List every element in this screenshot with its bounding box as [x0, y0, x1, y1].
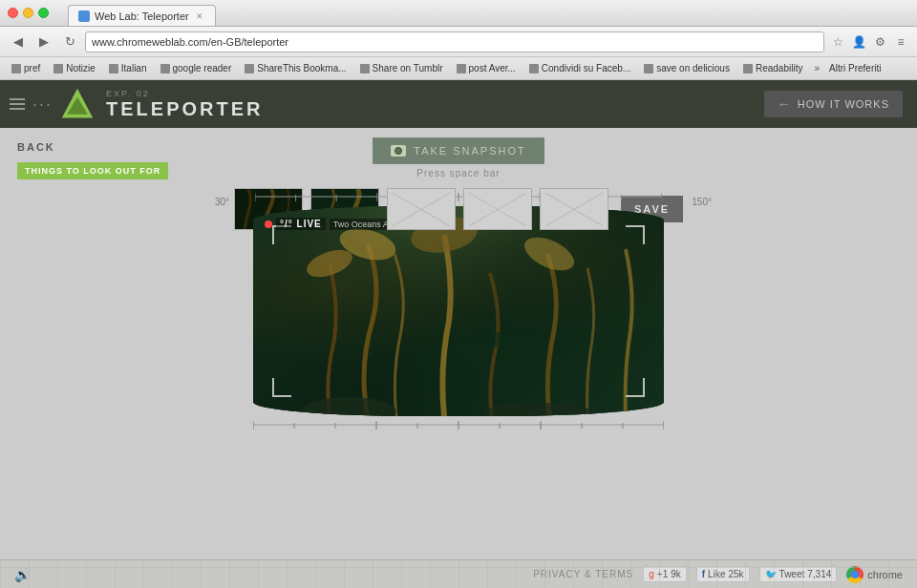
tab-close-icon[interactable]: ✕ — [194, 10, 205, 22]
bookmark-condividi-icon — [529, 64, 539, 74]
bookmark-readability[interactable]: Readability — [739, 61, 806, 75]
bookmarks-bar: pref Notizie Italian google reader Share… — [0, 57, 917, 80]
video-panorama[interactable]: °/° LIVE Two Oceans Aquarium — [253, 206, 664, 416]
bookmark-tumblr-icon — [360, 64, 370, 74]
ruler-left-label: 30° — [215, 197, 229, 207]
bookmark-notizie-icon — [53, 64, 63, 74]
logo-text: EXP. 02 TELEPORTER — [106, 89, 263, 120]
live-label: °/° LIVE — [276, 218, 326, 230]
corner-tr-icon — [626, 225, 645, 244]
bookmark-sharethis-label: ShareThis Bookma... — [257, 63, 346, 74]
things-to-look-label: THINGS TO LOOK OUT FOR — [25, 166, 160, 176]
exp-label: EXP. 02 — [106, 89, 263, 98]
bookmark-tumblr[interactable]: Share on Tumblr — [356, 61, 447, 75]
bookmark-post-icon — [457, 64, 466, 74]
bottom-ruler — [253, 416, 664, 433]
things-to-look-out-badge: THINGS TO LOOK OUT FOR — [17, 162, 168, 179]
corner-br-icon — [626, 378, 645, 397]
bookmark-pref-label: pref — [24, 63, 40, 74]
logo-dots: ··· — [32, 94, 53, 115]
live-dot-icon — [265, 220, 272, 228]
bookmark-sharethis-icon — [245, 64, 254, 74]
nav-right-icons: ☆ 👤 ⚙ ≡ — [829, 33, 909, 51]
app-title: TELEPORTER — [106, 98, 263, 120]
menu-line-3 — [10, 108, 25, 110]
tab-bar: Web Lab: Teleporter ✕ — [68, 0, 216, 26]
traffic-lights — [8, 8, 49, 18]
bookmark-pref-icon — [11, 64, 21, 74]
nav-bar: ◀ ▶ ↻ www.chromeweblab.com/en-GB/telepor… — [0, 27, 917, 57]
user-icon[interactable]: 👤 — [850, 33, 867, 51]
snapshot-label: TAKE SNAPSHOT — [414, 145, 525, 157]
menu-icon[interactable]: ≡ — [892, 33, 909, 51]
video-frame: °/° LIVE Two Oceans Aquarium — [253, 206, 664, 416]
back-label: BACK — [17, 141, 55, 153]
how-it-works-label: HOW IT WORKS — [798, 98, 889, 110]
bottom-ruler-svg — [253, 416, 664, 433]
crosshair-overlay — [272, 225, 645, 397]
minimize-button[interactable] — [23, 8, 33, 18]
reload-nav-button[interactable]: ↻ — [59, 32, 80, 52]
forward-nav-button[interactable]: ▶ — [33, 32, 54, 52]
browser-window: Web Lab: Teleporter ✕ ◀ ▶ ↻ www.chromewe… — [0, 0, 917, 588]
menu-line-1 — [10, 98, 25, 100]
bookmark-delicious-label: save on delicious — [656, 63, 730, 74]
bookmark-pref[interactable]: pref — [8, 61, 44, 75]
camera-icon — [391, 145, 406, 157]
thumb-empty-3-icon — [388, 189, 455, 229]
bookmark-delicious-icon — [644, 64, 653, 74]
bookmark-notizie-label: Notizie — [66, 63, 96, 74]
altri-preferiti[interactable]: Altri Preferiti — [825, 61, 885, 75]
maximize-button[interactable] — [38, 8, 49, 18]
bookmark-italian-label: Italian — [121, 63, 147, 74]
settings-icon[interactable]: ⚙ — [871, 33, 888, 51]
bookmark-delicious[interactable]: save on delicious — [640, 61, 734, 75]
url-bar[interactable]: www.chromeweblab.com/en-GB/teleporter — [85, 32, 824, 52]
ruler-right-label: 150° — [692, 197, 712, 207]
bookmark-condividi-label: Condividi su Faceb... — [542, 63, 630, 74]
bookmark-notizie[interactable]: Notizie — [50, 61, 99, 75]
back-nav-button[interactable]: ◀ — [8, 32, 29, 52]
thumbnail-5[interactable] — [540, 188, 608, 230]
take-snapshot-button[interactable]: TAKE SNAPSHOT — [373, 137, 544, 164]
bookmark-sharethis[interactable]: ShareThis Bookma... — [241, 61, 350, 75]
thumbnail-3[interactable] — [387, 188, 456, 230]
bookmark-condividi[interactable]: Condividi su Faceb... — [525, 61, 634, 75]
back-button[interactable]: BACK — [17, 141, 55, 153]
title-bar: Web Lab: Teleporter ✕ — [0, 0, 917, 27]
bookmark-tumblr-label: Share on Tumblr — [373, 63, 443, 74]
how-arrow-icon: ← — [778, 96, 792, 112]
bookmark-post[interactable]: post Aver... — [453, 61, 520, 75]
thumb-empty-5-icon — [541, 189, 608, 229]
thumb-empty-4-icon — [464, 189, 531, 229]
page-content: ··· EXP. 02 TELEPORTER ← HOW IT WORKS — [0, 80, 917, 588]
url-text: www.chromeweblab.com/en-GB/teleporter — [92, 36, 288, 48]
bookmark-post-label: post Aver... — [469, 63, 516, 74]
bookmark-more[interactable]: » — [814, 63, 820, 74]
app-header: ··· EXP. 02 TELEPORTER ← HOW IT WORKS — [0, 80, 917, 128]
close-button[interactable] — [8, 8, 18, 18]
how-it-works-button[interactable]: ← HOW IT WORKS — [764, 91, 903, 117]
main-area: BACK THINGS TO LOOK OUT FOR 30° 150° — [0, 128, 917, 559]
bookmark-reader-icon — [160, 64, 170, 74]
bookmark-readability-icon — [743, 64, 753, 74]
app-logo: ··· EXP. 02 TELEPORTER — [10, 87, 263, 121]
logo-triangle-container — [60, 87, 95, 121]
bookmark-reader-label: google reader — [173, 63, 232, 74]
bookmark-italian-icon — [109, 64, 118, 74]
bookmark-readability-label: Readability — [756, 63, 802, 74]
corner-bl-icon — [272, 378, 291, 397]
menu-line-2 — [10, 103, 25, 105]
press-space-hint: Press space bar — [416, 168, 500, 178]
logo-triangle-svg — [60, 85, 95, 123]
bookmark-google-reader[interactable]: google reader — [157, 61, 236, 75]
menu-hamburger-icon[interactable] — [10, 98, 25, 110]
thumbnail-4[interactable] — [463, 188, 532, 230]
tab-title: Web Lab: Teleporter — [95, 10, 189, 22]
bookmark-star-icon[interactable]: ☆ — [829, 33, 846, 51]
tab-favicon-icon — [78, 10, 90, 22]
active-tab[interactable]: Web Lab: Teleporter ✕ — [68, 5, 216, 26]
bookmark-italian[interactable]: Italian — [105, 61, 151, 75]
